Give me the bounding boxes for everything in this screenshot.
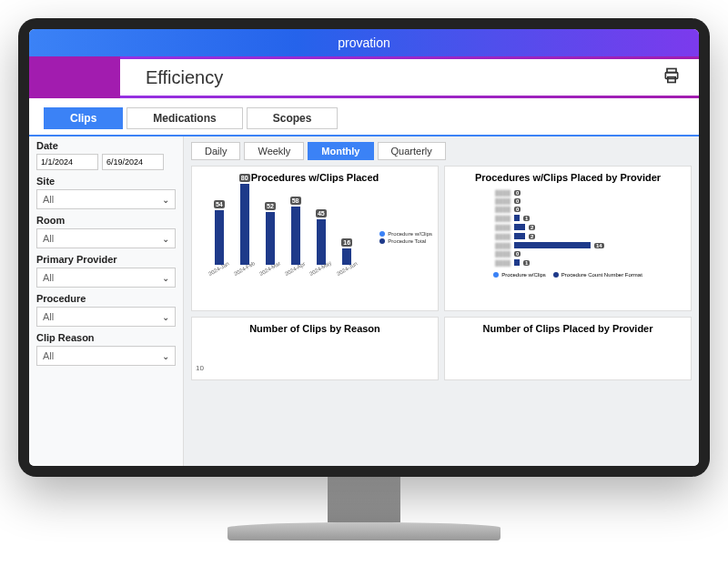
legend-dot-icon (493, 272, 499, 278)
bar (342, 248, 351, 265)
bar-val: 80 (239, 174, 250, 182)
chart3-title: Number of Clips by Reason (197, 323, 432, 334)
chart1-legend: Procedure w/Clips Procedure Total (379, 231, 432, 246)
period-quarterly[interactable]: Quarterly (378, 142, 446, 160)
provider-label: Primary Provider (36, 254, 176, 265)
monitor-frame: provation Efficiency Clips Medications (18, 18, 710, 477)
bar-val: 16 (341, 238, 352, 247)
period-monthly[interactable]: Monthly (308, 142, 373, 160)
prov-bar (514, 233, 525, 239)
header-accent-block (29, 56, 120, 98)
brand-bar: provation (29, 29, 699, 56)
bar-col: 582024-Apr (284, 197, 307, 278)
bar (317, 219, 326, 265)
filter-procedure: Procedure All ⌄ (36, 293, 176, 327)
header-title-box: Efficiency (120, 59, 699, 96)
prov-val: 14 (594, 243, 604, 248)
chart2-title: Procedures w/Clips Placed by Provider (450, 172, 685, 183)
bar-col: 542024-Jan (207, 200, 230, 278)
reason-value: All (43, 350, 54, 361)
procedure-label: Procedure (36, 293, 176, 304)
chevron-down-icon: ⌄ (162, 273, 169, 283)
bar-col: 162024-Jun (336, 238, 359, 278)
site-label: Site (36, 176, 176, 187)
chart-procedures-clips: Procedures w/Clips Placed 542024-Jan 802… (191, 166, 439, 311)
prov-label: ████ (456, 225, 511, 230)
chevron-down-icon: ⌄ (162, 234, 169, 244)
reason-select[interactable]: All ⌄ (36, 346, 176, 366)
monitor-stand-neck (328, 477, 400, 522)
legend-dot-icon (553, 272, 559, 278)
legend-label: Procedure Count Number Format (561, 272, 642, 278)
chart-clips-by-reason: Number of Clips by Reason 10 (191, 317, 439, 380)
bar-val: 58 (290, 197, 301, 205)
brand-logo: provation (338, 35, 390, 50)
prov-bar (514, 242, 591, 248)
legend-dot-icon (379, 238, 385, 244)
bar (291, 207, 300, 265)
prov-val: 0 (514, 251, 521, 257)
chevron-down-icon: ⌄ (162, 351, 169, 361)
prov-label: ████ (456, 190, 511, 196)
filter-date: Date (36, 140, 176, 170)
prov-val: 0 (514, 190, 521, 196)
legend-label: Procedure w/Clips (388, 231, 432, 237)
filter-provider: Primary Provider All ⌄ (36, 254, 176, 288)
chart-grid: Procedures w/Clips Placed 542024-Jan 802… (191, 166, 692, 380)
site-value: All (43, 194, 54, 205)
tab-scopes[interactable]: Scopes (247, 107, 339, 129)
prov-label: ████ (456, 234, 511, 239)
chart2-legend: Procedure w/Clips Procedure Count Number… (450, 272, 685, 279)
bar (240, 184, 249, 265)
prov-label: ████ (456, 198, 511, 204)
main-tabs: Clips Medications Scopes (29, 98, 699, 136)
chart2-bars: ████0 ████0 ████0 ████1 ████2 ████2 ████… (450, 187, 685, 269)
date-label: Date (36, 140, 176, 151)
bar-val: 45 (316, 209, 327, 217)
period-daily[interactable]: Daily (191, 142, 240, 160)
chart3-axis-tick: 10 (196, 364, 204, 372)
legend-label: Procedure Total (388, 238, 426, 244)
room-label: Room (36, 215, 176, 226)
prov-val: 0 (514, 198, 521, 204)
prov-label: ████ (456, 207, 511, 212)
reason-label: Clip Reason (36, 332, 176, 343)
bar-col: 522024-Mar (258, 202, 282, 278)
room-select[interactable]: All ⌄ (36, 228, 176, 248)
bar (266, 212, 275, 265)
prov-bar (514, 224, 525, 230)
chevron-down-icon: ⌄ (162, 195, 169, 205)
filter-room: Room All ⌄ (36, 215, 176, 248)
main-panel: Daily Weekly Monthly Quarterly Procedure… (184, 136, 699, 466)
prov-label: ████ (456, 216, 511, 221)
provider-value: All (43, 272, 54, 283)
chart4-title: Number of Clips Placed by Provider (450, 323, 685, 334)
bar-col: 452024-May (308, 209, 333, 278)
bar-val: 52 (265, 202, 276, 210)
legend-label: Procedure w/Clips (501, 272, 546, 278)
prov-bar (514, 215, 520, 221)
prov-val: 0 (514, 207, 521, 212)
filter-site: Site All ⌄ (36, 176, 176, 209)
bar-val: 54 (214, 200, 225, 208)
body-area: Clips Medications Scopes Date Site (29, 98, 699, 466)
tab-medications[interactable]: Medications (126, 107, 242, 129)
prov-val: 2 (529, 225, 535, 230)
header-row: Efficiency (29, 56, 699, 98)
provider-select[interactable]: All ⌄ (36, 268, 176, 288)
room-value: All (43, 233, 54, 244)
procedure-select[interactable]: All ⌄ (36, 307, 176, 327)
prov-label: ████ (456, 243, 511, 248)
print-icon[interactable] (662, 66, 681, 88)
content-row: Date Site All ⌄ Room (29, 136, 699, 466)
legend-dot-icon (379, 231, 385, 237)
date-from-input[interactable] (36, 154, 98, 170)
period-weekly[interactable]: Weekly (244, 142, 304, 160)
screen: provation Efficiency Clips Medications (29, 29, 699, 466)
date-to-input[interactable] (102, 154, 164, 170)
prov-val: 1 (523, 216, 530, 221)
site-select[interactable]: All ⌄ (36, 189, 176, 209)
tab-clips[interactable]: Clips (44, 107, 123, 129)
filter-clip-reason: Clip Reason All ⌄ (36, 332, 176, 366)
chart-clips-by-provider: Number of Clips Placed by Provider (444, 317, 692, 380)
